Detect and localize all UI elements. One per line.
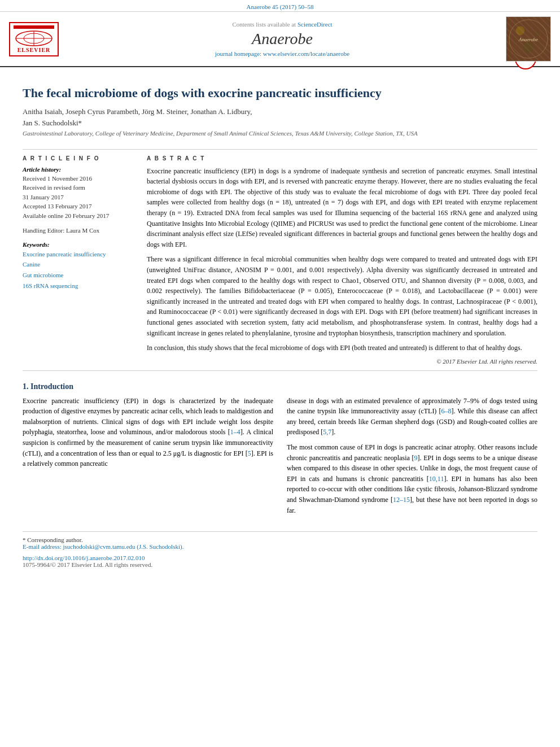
article-info-abstract: A R T I C L E I N F O Article history: R… [23,155,537,365]
handling-editor: Handling Editor: Laura M Cox [23,226,135,235]
title-separator [23,149,537,150]
abstract-column: A B S T R A C T Exocrine pancreatic insu… [147,155,537,365]
elsevier-red-bar [14,25,54,29]
intro-right-para-2: The most common cause of EPI in dogs is … [287,442,537,516]
abstract-separator [23,370,537,371]
introduction-two-col: Exocrine pancreatic insufficiency (EPI) … [23,396,537,521]
article-title: The fecal microbiome of dogs with exocri… [23,85,515,102]
abstract-text: Exocrine pancreatic insufficiency (EPI) … [147,166,537,353]
journal-header: ELSEVIER Contents lists available at Sci… [0,12,560,67]
svg-rect-4 [506,17,550,61]
svg-point-5 [509,20,548,58]
issn-line: 1075-9964/© 2017 Elsevier Ltd. All right… [23,561,537,568]
intro-col-right: disease in dogs with an estimated preval… [287,396,537,521]
sciencedirect-line: Contents lists available at ScienceDirec… [59,21,506,28]
elsevier-logo: ELSEVIER [9,22,59,56]
journal-name: Anaerobe [59,30,506,48]
authors-line1: Anitha Isaiah, Joseph Cyrus Parambeth, J… [23,107,515,116]
revised-date: 31 January 2017 [23,193,135,202]
keyword-3: Gut microbiome [23,270,135,281]
journal-top-bar: Anaerobe 45 (2017) 50–58 [0,0,560,12]
corresponding-author-note: * Corresponding author. [23,536,537,543]
doi-area: http://dx.doi.org/10.1016/j.anaerobe.201… [23,554,537,568]
elsevier-label: ELSEVIER [18,47,51,53]
accepted-date: Accepted 13 February 2017 [23,202,135,211]
history-label: Article history: [23,166,135,173]
svg-text:Anaerobe: Anaerobe [518,37,538,42]
article-info-column: A R T I C L E I N F O Article history: R… [23,155,135,365]
intro-col-left: Exocrine pancreatic insufficiency (EPI) … [23,396,273,521]
svg-point-6 [516,27,525,36]
elsevier-graphic [14,30,54,47]
received-date: Received 1 November 2016 [23,174,135,184]
top-citation: Anaerobe 45 (2017) 50–58 [247,3,314,10]
journal-homepage: journal homepage: www.elsevier.com/locat… [59,50,506,57]
journal-thumb-graphic: Anaerobe [506,16,550,62]
svg-point-7 [533,30,540,37]
article-info-label: A R T I C L E I N F O [23,155,135,161]
page-wrapper: Anaerobe 45 (2017) 50–58 ELSEVIER Conten… [0,0,560,577]
copyright-line: © 2017 Elsevier Ltd. All rights reserved… [147,358,537,365]
author-email[interactable]: jsuchodolski@cvm.tamu.edu [63,543,135,550]
main-content: The fecal microbiome of dogs with exocri… [0,67,560,577]
journal-url[interactable]: www.elsevier.com/locate/anaerobe [263,50,349,57]
keyword-4: 16S rRNA sequencing [23,281,135,291]
received-revised-label: Received in revised form [23,183,135,193]
doi-link[interactable]: http://dx.doi.org/10.1016/j.anaerobe.201… [23,554,537,561]
email-note: E-mail address: jsuchodolski@cvm.tamu.ed… [23,543,537,550]
keywords-label: Keywords: [23,241,135,248]
abstract-para-1: Exocrine pancreatic insufficiency (EPI) … [147,166,537,250]
sciencedirect-link-text[interactable]: ScienceDirect [298,21,333,28]
keywords-list: Exocrine pancreatic insufficiency Canine… [23,249,135,291]
svg-point-8 [523,42,534,53]
available-online: Available online 20 February 2017 [23,211,135,221]
abstract-label: A B S T R A C T [147,155,537,161]
section-title-introduction: 1. Introduction [23,382,537,391]
intro-left-para: Exocrine pancreatic insufficiency (EPI) … [23,396,273,469]
intro-right-para-1: disease in dogs with an estimated preval… [287,396,537,438]
affiliation: Gastrointestinal Laboratory, College of … [23,130,515,137]
journal-thumbnail: Anaerobe [506,16,551,62]
keyword-1: Exocrine pancreatic insufficiency [23,249,135,260]
keywords-group: Keywords: Exocrine pancreatic insufficie… [23,241,135,291]
journal-center-info: Contents lists available at ScienceDirec… [59,21,506,57]
body-content: 1. Introduction Exocrine pancreatic insu… [23,382,537,521]
footnote-area: * Corresponding author. E-mail address: … [23,531,537,550]
handling-editor-group: Handling Editor: Laura M Cox [23,226,135,235]
authors-line2: Jan S. Suchodolski* [23,119,515,128]
history-group: Article history: Received 1 November 201… [23,166,135,221]
abstract-para-3: In conclusion, this study shows that the… [147,343,537,353]
abstract-para-2: There was a significant difference in fe… [147,254,537,338]
keyword-2: Canine [23,259,135,270]
